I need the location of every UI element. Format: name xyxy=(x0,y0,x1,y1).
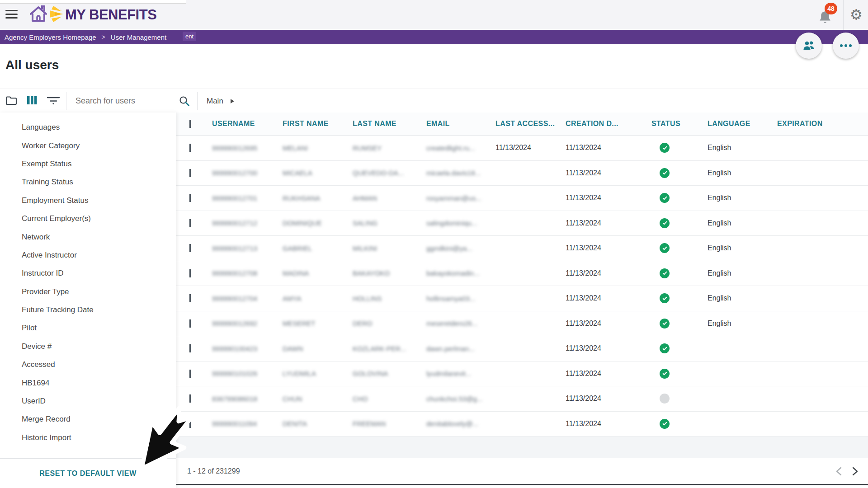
column-header-last-access[interactable]: LAST ACCESS... xyxy=(495,120,566,128)
row-checkbox[interactable] xyxy=(189,244,191,252)
filter-item-employment-status[interactable]: Employment Status xyxy=(0,192,176,210)
row-checkbox[interactable] xyxy=(189,169,191,177)
app-logo[interactable]: MY BENEFITS xyxy=(28,4,156,26)
previous-page-button[interactable] xyxy=(835,466,843,476)
filter-item-accessed[interactable]: Accessed xyxy=(0,356,176,374)
column-header-username[interactable]: USERNAME xyxy=(212,120,283,128)
toolbar-divider-1 xyxy=(66,92,66,110)
overlay-artifact-strip xyxy=(0,0,186,4)
next-page-button[interactable] xyxy=(851,466,859,476)
cell-username: 999990101026 xyxy=(212,370,283,377)
row-checkbox[interactable] xyxy=(189,194,191,202)
home-icon xyxy=(28,4,49,26)
row-checkbox[interactable] xyxy=(189,144,191,152)
filter-item-hb1694[interactable]: HB1694 xyxy=(0,374,176,392)
cell-language: English xyxy=(708,294,777,302)
cell-language: English xyxy=(708,269,777,277)
cell-username: 999990012712 xyxy=(212,219,283,227)
cell-status xyxy=(651,193,708,203)
cell-creation-date: 11/13/2024 xyxy=(566,244,651,252)
folder-icon[interactable] xyxy=(5,95,17,107)
hamburger-menu-icon[interactable] xyxy=(5,10,18,19)
top-bar: MY BENEFITS 48 ⚙ xyxy=(0,0,868,30)
view-selector-label: Main xyxy=(207,97,223,106)
cell-first-name: GABRIEL xyxy=(283,244,353,252)
table-row[interactable]: 836799086018CHUNCHOchunkchoi.53@g...11/1… xyxy=(176,386,868,412)
filter-item-current-employer-s[interactable]: Current Employer(s) xyxy=(0,210,176,228)
filter-item-pilot[interactable]: Pilot xyxy=(0,319,176,337)
columns-view-icon[interactable] xyxy=(27,96,37,107)
table-row[interactable]: 999990100423DAWNKOZLARK-PER...dawn.perlm… xyxy=(176,336,868,361)
table-row[interactable]: 999990012692MESERETDEROmeseretdero26...1… xyxy=(176,311,868,337)
search-input[interactable]: Search for users xyxy=(75,89,135,113)
table-row[interactable]: 999990012700MICAELAQUEVEDO-DA...micaela.… xyxy=(176,161,868,186)
search-icon[interactable] xyxy=(179,96,190,108)
filter-item-exempt-status[interactable]: Exempt Status xyxy=(0,155,176,173)
filter-item-worker-category[interactable]: Worker Category xyxy=(0,136,176,155)
table-row[interactable]: 999990012695MELANIRUMSEYcreatedlight.ru.… xyxy=(176,136,868,161)
topbar-divider xyxy=(843,0,844,30)
cell-username: 999990012708 xyxy=(212,269,283,277)
breadcrumb-home-link[interactable]: Agency Employers Homepage xyxy=(5,33,96,41)
filter-item-future-tracking-date[interactable]: Future Tracking Date xyxy=(0,301,176,319)
row-checkbox[interactable] xyxy=(189,394,191,403)
cell-username: 999990012695 xyxy=(212,144,283,152)
filter-item-active-instructor[interactable]: Active Instructor xyxy=(0,246,176,264)
table-row[interactable]: 999990012712DOMINIQUESALINGsalingdominiq… xyxy=(176,211,868,236)
table-row[interactable]: 999990012708MADINABAKAYOKObakayokomadin.… xyxy=(176,261,868,286)
table-row[interactable]: 999990101026LYUDMILAGOLOVINAlyudmilanevi… xyxy=(176,361,868,387)
column-header-last-name[interactable]: LAST NAME xyxy=(353,120,426,128)
cell-creation-date: 11/13/2024 xyxy=(566,294,651,302)
cell-status xyxy=(651,243,708,253)
cell-language: English xyxy=(708,219,777,227)
row-checkbox[interactable] xyxy=(189,319,191,328)
settings-gear-icon[interactable]: ⚙ xyxy=(850,7,863,23)
column-header-first-name[interactable]: FIRST NAME xyxy=(283,120,353,128)
table-row[interactable]: 999990012713GABRIELMILKINIggmilkini@ya..… xyxy=(176,236,868,261)
table-row[interactable]: 999990012701RUKHSANAAHMANrosyamman@us...… xyxy=(176,186,868,211)
view-selector[interactable]: Main xyxy=(207,89,234,113)
filter-item-training-status[interactable]: Training Status xyxy=(0,173,176,191)
status-active-check-icon xyxy=(660,168,670,178)
filter-item-provider-type[interactable]: Provider Type xyxy=(0,283,176,301)
filter-item-network[interactable]: Network xyxy=(0,228,176,246)
filter-item-historic-import[interactable]: Historic Import xyxy=(0,429,176,447)
cell-email: rosyamman@us... xyxy=(426,194,495,202)
row-checkbox[interactable] xyxy=(189,344,191,352)
row-checkbox[interactable] xyxy=(189,269,191,277)
cell-language: English xyxy=(708,319,777,328)
filter-item-instructor-id[interactable]: Instructor ID xyxy=(0,264,176,282)
filter-list: LanguagesWorker CategoryExempt StatusTra… xyxy=(0,113,176,447)
filter-item-userid[interactable]: UserID xyxy=(0,392,176,410)
reset-to-default-view-button[interactable]: RESET TO DEFAULT VIEW xyxy=(39,469,137,478)
row-checkbox[interactable] xyxy=(189,370,191,378)
row-checkbox[interactable] xyxy=(189,294,191,302)
row-checkbox[interactable] xyxy=(189,420,191,428)
column-header-email[interactable]: EMAIL xyxy=(426,120,495,128)
pagination-bar: 1 - 12 of 231299 xyxy=(176,458,868,484)
row-checkbox-cell xyxy=(176,169,212,177)
column-header-expiration[interactable]: EXPIRATION xyxy=(777,120,868,128)
table-row[interactable]: 999990011094DENITAFREEMANdenitablovely@.… xyxy=(176,412,868,437)
status-active-check-icon xyxy=(660,343,670,353)
filter-item-languages[interactable]: Languages xyxy=(0,118,176,136)
users-quick-button[interactable] xyxy=(796,33,822,59)
column-header-status[interactable]: STATUS xyxy=(651,120,708,128)
header-checkbox-cell xyxy=(176,120,212,128)
row-checkbox-cell xyxy=(176,294,212,302)
column-header-creation-d[interactable]: CREATION D... xyxy=(566,120,651,128)
cell-creation-date: 11/13/2024 xyxy=(566,144,651,152)
row-checkbox[interactable] xyxy=(189,219,191,227)
status-active-check-icon xyxy=(660,293,670,303)
filter-sort-icon[interactable] xyxy=(47,96,60,107)
filter-item-device[interactable]: Device # xyxy=(0,338,176,356)
more-actions-button[interactable] xyxy=(833,33,859,59)
notifications-button[interactable]: 48 xyxy=(816,5,838,26)
cell-last-name: MILKINI xyxy=(353,244,426,252)
select-all-checkbox[interactable] xyxy=(189,120,191,128)
cell-status xyxy=(651,343,708,353)
row-checkbox-cell xyxy=(176,144,212,152)
table-row[interactable]: 999990012704AMYAHOLLINShollinsamya03...1… xyxy=(176,286,868,311)
filter-item-merge-record[interactable]: Merge Record xyxy=(0,410,176,428)
column-header-language[interactable]: LANGUAGE xyxy=(708,120,777,128)
